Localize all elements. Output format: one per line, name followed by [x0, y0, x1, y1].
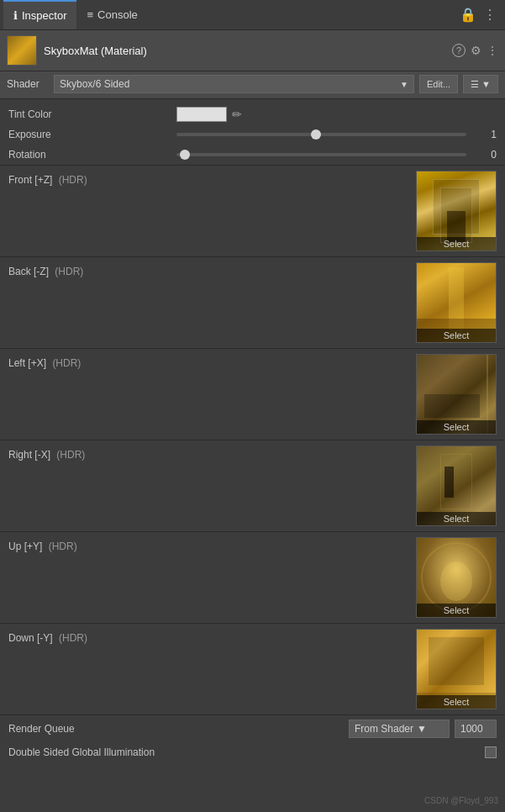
color-picker-icon[interactable]: ✏	[232, 108, 242, 121]
asset-name: SkyboxMat (Material)	[44, 45, 445, 57]
front-hdr-label: (HDR)	[59, 174, 87, 186]
up-hdr-label: (HDR)	[49, 540, 77, 552]
down-texture-row: Down [-Y] (HDR) Select	[0, 624, 505, 714]
rotation-slider-track[interactable]	[176, 153, 466, 156]
inspector-icon: ℹ	[13, 9, 18, 22]
front-texture-slot: Select	[416, 171, 497, 251]
front-texture-label: Front [+Z] (HDR)	[8, 171, 176, 186]
back-select-button[interactable]: Select	[417, 329, 496, 342]
more-options-icon[interactable]: ⋮	[483, 7, 497, 23]
material-header: SkyboxMat (Material) ? ⚙ ⋮	[0, 30, 505, 71]
rotation-value: 0	[176, 149, 497, 161]
asset-thumbnail	[7, 35, 37, 66]
tab-console-label: Console	[97, 8, 138, 21]
render-queue-number[interactable]: 1000	[455, 720, 497, 738]
header-more-icon[interactable]: ⋮	[487, 44, 498, 57]
render-queue-dropdown[interactable]: From Shader ▼	[349, 720, 450, 738]
back-texture-slot: Select	[416, 262, 497, 343]
down-texture-slot: Select	[416, 629, 497, 709]
tint-color-value: ✏	[176, 107, 497, 122]
settings-icon[interactable]: ⚙	[471, 44, 481, 57]
exposure-slider-value: 1	[471, 129, 497, 140]
right-select-button[interactable]: Select	[417, 512, 496, 525]
render-queue-row: Render Queue From Shader ▼ 1000	[0, 715, 505, 742]
up-select-button[interactable]: Select	[417, 604, 496, 617]
shader-dropdown[interactable]: Skybox/6 Sided ▼	[54, 75, 414, 93]
lock-icon[interactable]: 🔒	[460, 7, 476, 23]
down-select-button[interactable]: Select	[417, 695, 496, 709]
right-texture-slot: Select	[416, 446, 497, 526]
exposure-slider-container: 1	[176, 129, 497, 140]
exposure-slider-track[interactable]	[176, 133, 466, 136]
tab-bar: ℹ Inspector ≡ Console 🔒 ⋮	[0, 0, 505, 30]
help-icon[interactable]: ?	[452, 44, 466, 57]
down-hdr-label: (HDR)	[59, 632, 87, 644]
double-sided-checkbox[interactable]	[485, 746, 497, 758]
shader-label: Shader	[7, 78, 49, 90]
tab-actions: 🔒 ⋮	[460, 7, 502, 23]
exposure-row: Exposure 1	[0, 124, 505, 145]
exposure-value: 1	[176, 129, 497, 140]
front-texture-row: Front [+Z] (HDR) Select	[0, 166, 505, 256]
rotation-slider-value: 0	[471, 149, 497, 161]
tint-color-swatch[interactable]	[176, 107, 227, 122]
rotation-slider-container: 0	[176, 149, 497, 161]
tab-inspector[interactable]: ℹ Inspector	[3, 0, 76, 29]
left-texture-label: Left [+X] (HDR)	[8, 354, 176, 369]
watermark: CSDN @Floyd_993	[424, 796, 498, 805]
tint-color-row: Tint Color ✏	[0, 104, 505, 124]
rotation-slider-thumb[interactable]	[180, 150, 190, 160]
front-select-button[interactable]: Select	[417, 237, 496, 250]
right-texture-row: Right [-X] (HDR) Select	[0, 440, 505, 531]
down-texture-label: Down [-Y] (HDR)	[8, 629, 176, 644]
shader-dropdown-value: Skybox/6 Sided	[60, 78, 129, 90]
tint-color-label: Tint Color	[8, 108, 176, 120]
header-icons: ? ⚙ ⋮	[452, 44, 498, 57]
render-queue-label: Render Queue	[8, 723, 344, 735]
up-texture-slot: Select	[416, 537, 497, 618]
double-sided-label: Double Sided Global Illumination	[8, 746, 485, 758]
left-texture-slot: Select	[416, 354, 497, 435]
render-queue-dropdown-value: From Shader	[355, 723, 413, 735]
up-texture-row: Up [+Y] (HDR) Select	[0, 532, 505, 623]
tab-inspector-label: Inspector	[22, 9, 66, 22]
back-hdr-label: (HDR)	[55, 266, 83, 277]
exposure-slider-thumb[interactable]	[311, 129, 321, 140]
shader-list-button[interactable]: ☰ ▼	[463, 75, 498, 93]
back-texture-label: Back [-Z] (HDR)	[8, 262, 176, 277]
shader-list-icon: ☰ ▼	[471, 79, 491, 90]
rotation-label: Rotation	[8, 149, 176, 161]
render-queue-dropdown-arrow: ▼	[417, 723, 427, 735]
shader-edit-button[interactable]: Edit...	[419, 75, 458, 93]
exposure-label: Exposure	[8, 129, 176, 140]
shader-row: Shader Skybox/6 Sided ▼ Edit... ☰ ▼	[0, 71, 505, 99]
left-hdr-label: (HDR)	[52, 357, 81, 369]
left-select-button[interactable]: Select	[417, 420, 496, 434]
left-texture-row: Left [+X] (HDR) Select	[0, 349, 505, 440]
material-properties: Tint Color ✏ Exposure 1 Rotation 0	[0, 99, 505, 767]
tab-console[interactable]: ≡ Console	[76, 0, 147, 29]
shader-dropdown-arrow: ▼	[400, 80, 408, 89]
double-sided-row: Double Sided Global Illumination	[0, 742, 505, 762]
console-icon: ≡	[87, 8, 93, 21]
right-hdr-label: (HDR)	[56, 449, 85, 461]
back-texture-row: Back [-Z] (HDR) Select	[0, 257, 505, 348]
rotation-row: Rotation 0	[0, 145, 505, 165]
right-texture-label: Right [-X] (HDR)	[8, 446, 176, 461]
up-texture-label: Up [+Y] (HDR)	[8, 537, 176, 552]
